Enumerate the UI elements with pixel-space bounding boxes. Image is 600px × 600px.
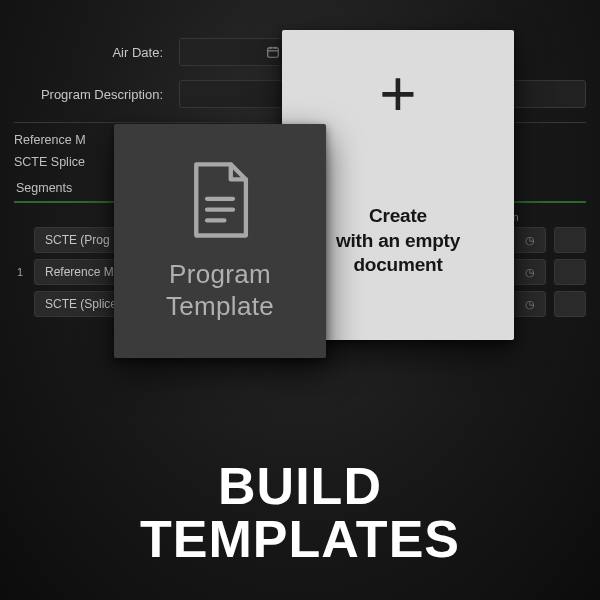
calendar-icon <box>266 45 280 59</box>
segment-extra-cell[interactable] <box>554 227 586 253</box>
program-description-label: Program Description: <box>14 87 169 102</box>
segment-extra-cell[interactable] <box>554 259 586 285</box>
clock-icon: ◷ <box>525 266 535 279</box>
program-tile-label: Program Template <box>166 258 274 323</box>
create-tile-text: Create with an empty document <box>336 204 460 278</box>
air-date-label: Air Date: <box>14 45 169 60</box>
page-title: BUILD TEMPLATES <box>0 460 600 566</box>
document-icon <box>185 160 255 242</box>
program-template-tile[interactable]: Program Template <box>114 124 326 358</box>
row-index: 1 <box>14 266 26 278</box>
segment-extra-cell[interactable] <box>554 291 586 317</box>
clock-icon: ◷ <box>525 234 535 247</box>
reference-label: Reference M <box>14 133 124 147</box>
air-date-input[interactable] <box>179 38 289 66</box>
clock-icon: ◷ <box>525 298 535 311</box>
scte-splice-label: SCTE Splice <box>14 155 124 169</box>
svg-rect-0 <box>268 48 279 57</box>
plus-icon: + <box>379 62 416 126</box>
